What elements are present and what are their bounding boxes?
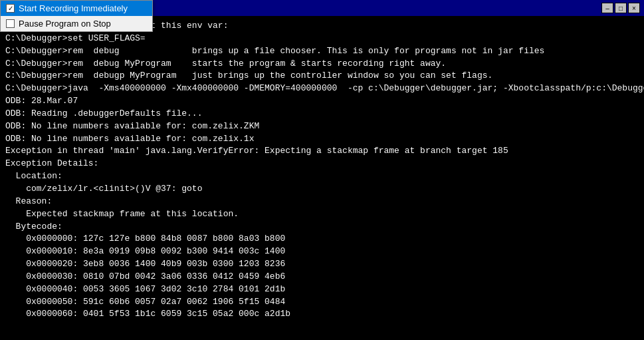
console-line: 0x0000050: 591c 60b6 0057 02a7 0062 1906… (5, 296, 639, 309)
console-line: 0x0000030: 0810 07bd 0042 3a06 0336 0412… (5, 271, 639, 283)
console-line: Location: (5, 170, 639, 183)
checkbox-start-recording (6, 4, 15, 13)
console-line: com/zelix/lr.<clinit>()V @37: goto (5, 183, 639, 196)
dropdown-menu: Start Recording Immediately Pause Progra… (0, 0, 153, 32)
console-line: ODB: No line numbers available for: com.… (5, 133, 639, 146)
console-line: 0x0000000: 127c 127e b800 84b8 0087 b800… (5, 233, 639, 246)
console-line: C:\Debugger>set USER_FLAGS= (5, 33, 639, 45)
menu-item-start-recording[interactable]: Start Recording Immediately (1, 1, 152, 16)
console-line: 0x0000060: 0401 5f53 1b1c 6059 3c15 05a2… (5, 308, 639, 321)
console-line: C:\Debugger>rem debugp MyProgram just br… (5, 70, 639, 83)
console-line: 0x0000040: 0053 3605 1067 3d02 3c10 2784… (5, 283, 639, 296)
menu-item-pause-program[interactable]: Pause Program on Stop (1, 16, 152, 31)
console-line: C:\Debugger>rem debug MyProgram starts t… (5, 58, 639, 71)
minimize-button[interactable]: – (601, 3, 613, 13)
console-line: 0x0000020: 3eb8 0036 1400 40b9 003b 0300… (5, 258, 639, 271)
console-output: l user flags are desired, set this env v… (0, 16, 644, 340)
maximize-button[interactable]: □ (615, 3, 627, 13)
console-line: ODB: No line numbers available for: com.… (5, 120, 639, 133)
menu-item-pause-program-label: Pause Program on Stop (19, 19, 111, 29)
title-bar-buttons: – □ × (601, 3, 640, 13)
console-line: C:\Debugger>java -Xms400000000 -Xmx40000… (5, 83, 639, 95)
console-line: C:\Debugger>rem debug brings up a file c… (5, 45, 639, 58)
console-line: Exception in thread 'main' java.lang.Ver… (5, 145, 639, 158)
console-line: 0x0000010: 8e3a 0919 09b8 0092 b300 9414… (5, 246, 639, 258)
console-line: Bytecode: (5, 221, 639, 234)
console-line: Reason: (5, 196, 639, 208)
checkbox-pause-program (6, 19, 15, 28)
console-line: ODB: Reading .debuggerDefaults file... (5, 108, 639, 120)
console-line: Expected stackmap frame at this location… (5, 208, 639, 221)
menu-item-start-recording-label: Start Recording Immediately (19, 3, 128, 13)
console-line: Exception Details: (5, 158, 639, 170)
console-line: ODB: 28.Mar.07 (5, 95, 639, 108)
close-button[interactable]: × (628, 3, 640, 13)
